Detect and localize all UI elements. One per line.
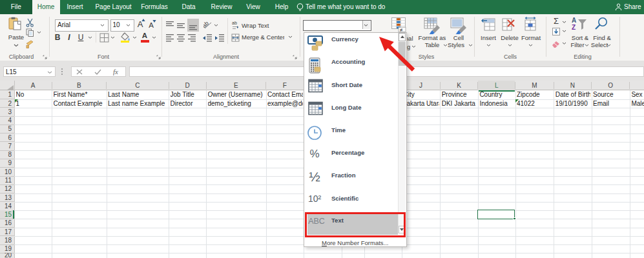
svg-text:A: A <box>572 17 576 24</box>
svg-text:ab: ab <box>232 21 237 25</box>
svg-text:Z: Z <box>572 24 576 31</box>
